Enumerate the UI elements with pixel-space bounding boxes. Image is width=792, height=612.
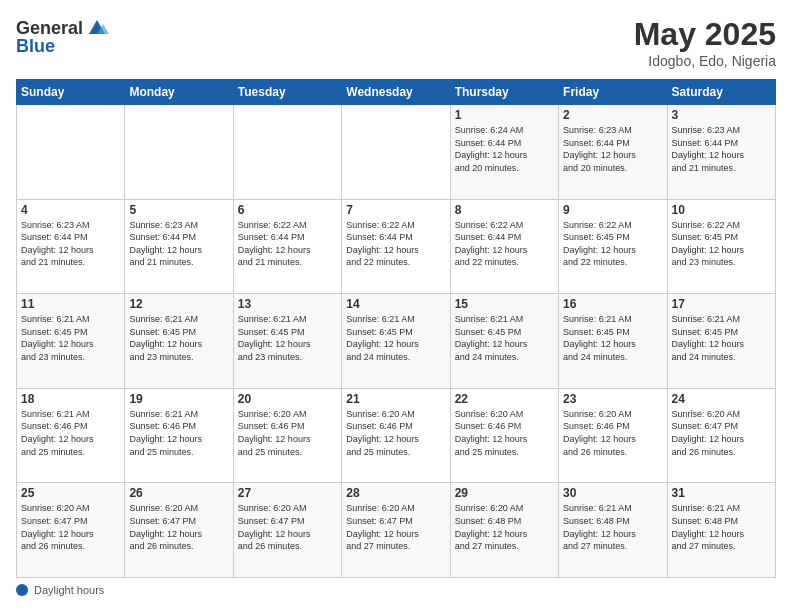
day-info: Sunrise: 6:21 AMSunset: 6:45 PMDaylight:… [672, 313, 771, 363]
table-row: 15Sunrise: 6:21 AMSunset: 6:45 PMDayligh… [450, 294, 558, 389]
table-row: 16Sunrise: 6:21 AMSunset: 6:45 PMDayligh… [559, 294, 667, 389]
day-number: 8 [455, 203, 554, 217]
header-thursday: Thursday [450, 80, 558, 105]
day-info: Sunrise: 6:24 AMSunset: 6:44 PMDaylight:… [455, 124, 554, 174]
table-row: 8Sunrise: 6:22 AMSunset: 6:44 PMDaylight… [450, 199, 558, 294]
logo-blue: Blue [16, 36, 55, 57]
day-info: Sunrise: 6:23 AMSunset: 6:44 PMDaylight:… [21, 219, 120, 269]
table-row: 20Sunrise: 6:20 AMSunset: 6:46 PMDayligh… [233, 388, 341, 483]
day-number: 19 [129, 392, 228, 406]
day-info: Sunrise: 6:20 AMSunset: 6:46 PMDaylight:… [346, 408, 445, 458]
table-row [342, 105, 450, 200]
table-row: 17Sunrise: 6:21 AMSunset: 6:45 PMDayligh… [667, 294, 775, 389]
table-row: 19Sunrise: 6:21 AMSunset: 6:46 PMDayligh… [125, 388, 233, 483]
day-info: Sunrise: 6:22 AMSunset: 6:44 PMDaylight:… [238, 219, 337, 269]
table-row: 12Sunrise: 6:21 AMSunset: 6:45 PMDayligh… [125, 294, 233, 389]
table-row: 9Sunrise: 6:22 AMSunset: 6:45 PMDaylight… [559, 199, 667, 294]
day-info: Sunrise: 6:20 AMSunset: 6:46 PMDaylight:… [238, 408, 337, 458]
title-block: May 2025 Idogbo, Edo, Nigeria [634, 16, 776, 69]
calendar-table: Sunday Monday Tuesday Wednesday Thursday… [16, 79, 776, 578]
table-row: 4Sunrise: 6:23 AMSunset: 6:44 PMDaylight… [17, 199, 125, 294]
day-info: Sunrise: 6:21 AMSunset: 6:45 PMDaylight:… [238, 313, 337, 363]
calendar-week-1: 4Sunrise: 6:23 AMSunset: 6:44 PMDaylight… [17, 199, 776, 294]
day-info: Sunrise: 6:21 AMSunset: 6:46 PMDaylight:… [21, 408, 120, 458]
day-info: Sunrise: 6:21 AMSunset: 6:46 PMDaylight:… [129, 408, 228, 458]
table-row: 22Sunrise: 6:20 AMSunset: 6:46 PMDayligh… [450, 388, 558, 483]
table-row [17, 105, 125, 200]
calendar-week-3: 18Sunrise: 6:21 AMSunset: 6:46 PMDayligh… [17, 388, 776, 483]
header-saturday: Saturday [667, 80, 775, 105]
footer: Daylight hours [16, 584, 776, 596]
page: General Blue May 2025 Idogbo, Edo, Niger… [0, 0, 792, 612]
table-row: 13Sunrise: 6:21 AMSunset: 6:45 PMDayligh… [233, 294, 341, 389]
day-number: 5 [129, 203, 228, 217]
day-number: 1 [455, 108, 554, 122]
day-info: Sunrise: 6:22 AMSunset: 6:44 PMDaylight:… [346, 219, 445, 269]
day-info: Sunrise: 6:23 AMSunset: 6:44 PMDaylight:… [672, 124, 771, 174]
day-number: 27 [238, 486, 337, 500]
calendar-week-4: 25Sunrise: 6:20 AMSunset: 6:47 PMDayligh… [17, 483, 776, 578]
day-info: Sunrise: 6:21 AMSunset: 6:45 PMDaylight:… [563, 313, 662, 363]
table-row: 24Sunrise: 6:20 AMSunset: 6:47 PMDayligh… [667, 388, 775, 483]
day-number: 30 [563, 486, 662, 500]
table-row: 6Sunrise: 6:22 AMSunset: 6:44 PMDaylight… [233, 199, 341, 294]
table-row: 23Sunrise: 6:20 AMSunset: 6:46 PMDayligh… [559, 388, 667, 483]
day-info: Sunrise: 6:20 AMSunset: 6:48 PMDaylight:… [455, 502, 554, 552]
table-row: 5Sunrise: 6:23 AMSunset: 6:44 PMDaylight… [125, 199, 233, 294]
table-row: 2Sunrise: 6:23 AMSunset: 6:44 PMDaylight… [559, 105, 667, 200]
day-number: 17 [672, 297, 771, 311]
day-number: 28 [346, 486, 445, 500]
day-number: 31 [672, 486, 771, 500]
day-number: 3 [672, 108, 771, 122]
day-info: Sunrise: 6:23 AMSunset: 6:44 PMDaylight:… [129, 219, 228, 269]
day-info: Sunrise: 6:20 AMSunset: 6:46 PMDaylight:… [563, 408, 662, 458]
table-row: 30Sunrise: 6:21 AMSunset: 6:48 PMDayligh… [559, 483, 667, 578]
month-title: May 2025 [634, 16, 776, 53]
day-number: 12 [129, 297, 228, 311]
day-info: Sunrise: 6:22 AMSunset: 6:45 PMDaylight:… [672, 219, 771, 269]
day-number: 6 [238, 203, 337, 217]
day-number: 29 [455, 486, 554, 500]
header-row: Sunday Monday Tuesday Wednesday Thursday… [17, 80, 776, 105]
day-number: 22 [455, 392, 554, 406]
header-tuesday: Tuesday [233, 80, 341, 105]
table-row: 14Sunrise: 6:21 AMSunset: 6:45 PMDayligh… [342, 294, 450, 389]
day-info: Sunrise: 6:21 AMSunset: 6:48 PMDaylight:… [672, 502, 771, 552]
day-number: 13 [238, 297, 337, 311]
day-info: Sunrise: 6:21 AMSunset: 6:45 PMDaylight:… [129, 313, 228, 363]
day-info: Sunrise: 6:20 AMSunset: 6:47 PMDaylight:… [129, 502, 228, 552]
day-number: 25 [21, 486, 120, 500]
day-number: 16 [563, 297, 662, 311]
footer-dot-icon [16, 584, 28, 596]
day-info: Sunrise: 6:22 AMSunset: 6:45 PMDaylight:… [563, 219, 662, 269]
day-info: Sunrise: 6:20 AMSunset: 6:47 PMDaylight:… [238, 502, 337, 552]
table-row: 27Sunrise: 6:20 AMSunset: 6:47 PMDayligh… [233, 483, 341, 578]
table-row: 21Sunrise: 6:20 AMSunset: 6:46 PMDayligh… [342, 388, 450, 483]
table-row [233, 105, 341, 200]
day-number: 10 [672, 203, 771, 217]
table-row: 1Sunrise: 6:24 AMSunset: 6:44 PMDaylight… [450, 105, 558, 200]
table-row: 7Sunrise: 6:22 AMSunset: 6:44 PMDaylight… [342, 199, 450, 294]
table-row: 28Sunrise: 6:20 AMSunset: 6:47 PMDayligh… [342, 483, 450, 578]
day-info: Sunrise: 6:23 AMSunset: 6:44 PMDaylight:… [563, 124, 662, 174]
day-number: 2 [563, 108, 662, 122]
day-number: 7 [346, 203, 445, 217]
day-number: 24 [672, 392, 771, 406]
header-friday: Friday [559, 80, 667, 105]
table-row: 26Sunrise: 6:20 AMSunset: 6:47 PMDayligh… [125, 483, 233, 578]
day-info: Sunrise: 6:20 AMSunset: 6:47 PMDaylight:… [21, 502, 120, 552]
day-number: 23 [563, 392, 662, 406]
header-monday: Monday [125, 80, 233, 105]
table-row: 29Sunrise: 6:20 AMSunset: 6:48 PMDayligh… [450, 483, 558, 578]
day-info: Sunrise: 6:21 AMSunset: 6:48 PMDaylight:… [563, 502, 662, 552]
day-number: 21 [346, 392, 445, 406]
day-number: 26 [129, 486, 228, 500]
day-number: 4 [21, 203, 120, 217]
logo-icon [85, 16, 109, 40]
table-row: 11Sunrise: 6:21 AMSunset: 6:45 PMDayligh… [17, 294, 125, 389]
header-sunday: Sunday [17, 80, 125, 105]
day-info: Sunrise: 6:21 AMSunset: 6:45 PMDaylight:… [346, 313, 445, 363]
calendar-week-2: 11Sunrise: 6:21 AMSunset: 6:45 PMDayligh… [17, 294, 776, 389]
footer-label: Daylight hours [34, 584, 104, 596]
table-row: 25Sunrise: 6:20 AMSunset: 6:47 PMDayligh… [17, 483, 125, 578]
